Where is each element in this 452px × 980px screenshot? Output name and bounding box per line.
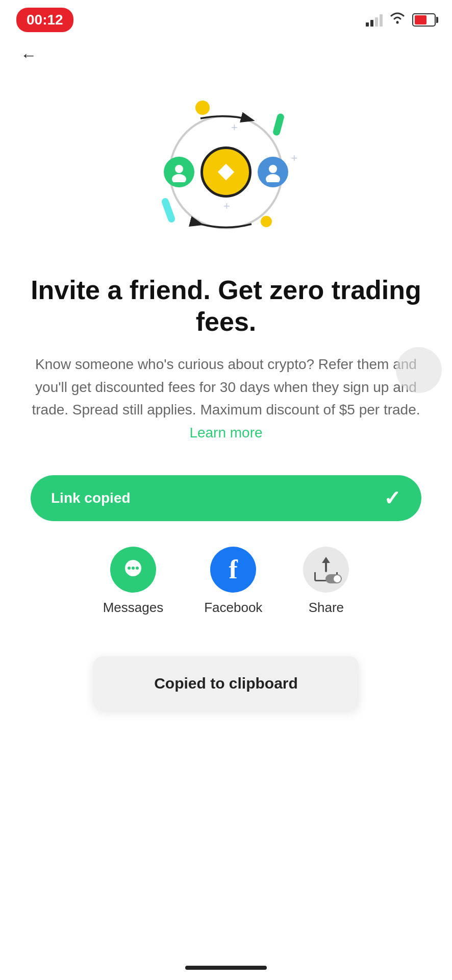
checkmark-icon: ✓ — [384, 486, 401, 510]
description-text: Know someone who's curious about crypto?… — [31, 353, 421, 445]
clipboard-toast-text: Copied to clipboard — [154, 675, 298, 692]
back-arrow-icon: ← — [20, 46, 37, 64]
learn-more-link[interactable]: Learn more — [189, 425, 262, 440]
facebook-label: Facebook — [204, 600, 262, 616]
wifi-icon — [389, 12, 406, 29]
share-option-share[interactable]: Share — [303, 547, 349, 616]
link-copied-label: Link copied — [51, 490, 131, 506]
facebook-icon-circle: f — [210, 547, 256, 593]
share-arrow-icon — [314, 558, 338, 581]
svg-point-5 — [266, 174, 280, 182]
messages-icon-circle — [110, 547, 156, 593]
hero-illustration: + + + — [0, 75, 452, 274]
svg-point-9 — [136, 567, 139, 570]
back-button[interactable]: ← — [0, 36, 452, 75]
share-system-icon-circle — [303, 547, 349, 593]
floating-circle-decoration — [396, 347, 442, 393]
home-indicator — [185, 966, 267, 970]
share-option-facebook[interactable]: f Facebook — [204, 547, 262, 616]
avatar-left — [164, 157, 194, 187]
share-label: Share — [309, 600, 344, 616]
messages-label: Messages — [103, 600, 164, 616]
status-bar: 00:12 — [0, 0, 452, 36]
svg-point-2 — [175, 165, 183, 173]
time-display: 00:12 — [16, 8, 73, 32]
svg-point-7 — [128, 567, 131, 570]
coin-diamond-icon — [217, 163, 235, 181]
status-icons — [366, 12, 436, 29]
facebook-f-icon: f — [229, 554, 238, 584]
signal-icon — [366, 13, 383, 27]
description-body: Know someone who's curious about crypto?… — [32, 356, 420, 418]
share-option-messages[interactable]: Messages — [103, 547, 164, 616]
avatar-right — [258, 157, 288, 187]
svg-point-3 — [172, 174, 186, 182]
center-coin — [200, 146, 252, 198]
share-options-row: Messages f Facebook Share — [0, 547, 452, 646]
svg-point-8 — [132, 567, 135, 570]
clipboard-toast: Copied to clipboard — [93, 656, 359, 710]
battery-icon — [412, 13, 436, 27]
link-copied-button[interactable]: Link copied ✓ — [31, 475, 421, 521]
svg-point-0 — [396, 21, 399, 23]
main-title: Invite a friend. Get zero trading fees. — [31, 274, 421, 338]
svg-point-4 — [269, 165, 277, 173]
content-section: Invite a friend. Get zero trading fees. … — [0, 274, 452, 445]
